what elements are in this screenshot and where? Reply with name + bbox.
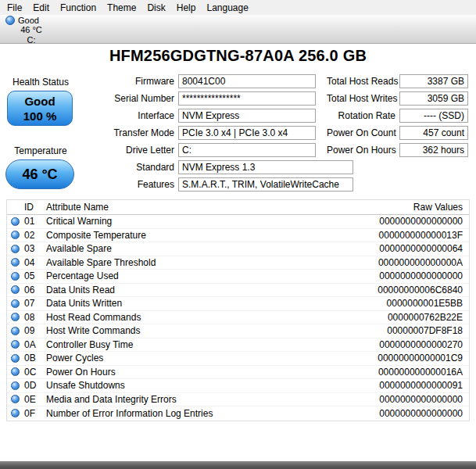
menu-edit[interactable]: Edit (27, 1, 55, 15)
features-label: Features (86, 179, 178, 190)
smart-attribute-table: ID Attribute Name Raw Values 01 Critical… (6, 199, 470, 421)
power-on-hours-label: Power On Hours (327, 145, 399, 156)
table-row[interactable]: 08 Host Read Commands 0000000762B22E (7, 311, 469, 325)
header-raw-values: Raw Values (352, 202, 469, 213)
interface-label: Interface (86, 110, 178, 121)
drive-model-title: HFM256GDGTNG-87A0A 256.0 GB (0, 47, 476, 65)
table-row[interactable]: 05 Percentage Used 0000000000000000 (7, 270, 469, 284)
menu-help[interactable]: Help (171, 1, 202, 15)
interface-value: NVM Express (178, 109, 316, 123)
info-row-total-host-reads: Total Host Reads 3387 GB (327, 73, 468, 90)
status-dot-icon (11, 340, 20, 349)
menu-theme[interactable]: Theme (102, 1, 141, 15)
health-status-button[interactable]: Good 100 % (7, 91, 73, 126)
table-row[interactable]: 02 Composite Temperature 000000000000013… (7, 229, 469, 243)
health-status-value: Good (24, 94, 55, 109)
info-row-power-on-count: Power On Count 457 count (327, 124, 468, 141)
status-dot-icon (11, 313, 20, 321)
table-row[interactable]: 03 Available Spare 0000000000000064 (7, 242, 469, 256)
info-row-drive-letter: Drive Letter C: (86, 141, 353, 159)
status-dot-icon (11, 381, 20, 390)
temperature-value: 46 °C (22, 166, 57, 183)
total-host-reads-label: Total Host Reads (327, 76, 399, 87)
status-dot-icon (11, 354, 20, 363)
status-dot-icon (11, 217, 20, 226)
info-row-serial-number: Serial Number **************** (86, 90, 353, 107)
status-dot-icon (11, 285, 20, 294)
status-dot-icon (11, 258, 20, 267)
rotation-rate-value: ---- (SSD) (399, 109, 468, 123)
transfer-mode-value: PCIe 3.0 x4 | PCIe 3.0 x4 (178, 126, 316, 140)
health-status-label: Health Status (6, 77, 75, 88)
firmware-value: 80041C00 (178, 74, 316, 88)
table-row[interactable]: 0F Number of Error Information Log Entri… (7, 406, 469, 421)
info-row-total-host-writes: Total Host Writes 3059 GB (327, 90, 468, 107)
drive-selector-strip: Good 46 °C C: (0, 15, 476, 44)
status-dot-icon (11, 272, 20, 281)
status-dot-icon (11, 231, 20, 239)
total-host-writes-value: 3059 GB (399, 91, 468, 106)
menu-file[interactable]: File (2, 1, 27, 15)
info-row-rotation-rate: Rotation Rate ---- (SSD) (327, 107, 468, 124)
total-host-reads-value: 3387 GB (399, 74, 468, 88)
standard-value: NVM Express 1.3 (178, 160, 353, 174)
menu-disk[interactable]: Disk (141, 1, 170, 15)
drive-info-left: Firmware 80041C00 Serial Number ********… (86, 73, 353, 193)
table-row[interactable]: 0A Controller Busy Time 0000000000000270 (7, 338, 469, 353)
health-status-percent: 100 % (23, 109, 57, 124)
power-on-count-label: Power On Count (327, 127, 399, 138)
info-row-interface: Interface NVM Express (86, 107, 353, 124)
drive-status-icon (5, 16, 15, 25)
status-dot-icon (11, 367, 20, 376)
drive-tab-temperature: 46 °C (14, 26, 48, 34)
temperature-button[interactable]: 46 °C (5, 159, 74, 189)
power-on-count-value: 457 count (399, 126, 468, 140)
drive-letter-label: Drive Letter (86, 145, 178, 156)
window-bottom-edge (0, 461, 476, 469)
info-row-transfer-mode: Transfer Mode PCIe 3.0 x4 | PCIe 3.0 x4 (86, 124, 353, 141)
standard-label: Standard (86, 162, 178, 173)
header-id: ID (24, 202, 46, 213)
total-host-writes-label: Total Host Writes (327, 93, 399, 104)
drive-tab-letter: C: (14, 36, 48, 45)
serial-number-value: **************** (178, 91, 316, 106)
table-row[interactable]: 04 Available Spare Threshold 00000000000… (7, 256, 469, 270)
transfer-mode-label: Transfer Mode (86, 127, 178, 138)
temperature-label: Temperature (6, 145, 75, 156)
crystaldiskinfo-window: File Edit Function Theme Disk Help Langu… (0, 0, 476, 469)
firmware-label: Firmware (86, 76, 178, 87)
power-on-hours-value: 362 hours (399, 143, 468, 157)
table-row[interactable]: 06 Data Units Read 00000000006C6840 (7, 284, 469, 298)
status-dot-icon (11, 395, 20, 403)
drive-tab-status: Good (18, 16, 39, 25)
table-row[interactable]: 0D Unsafe Shutdowns 0000000000000091 (7, 379, 469, 393)
table-header: ID Attribute Name Raw Values (7, 200, 469, 215)
status-dot-icon (11, 245, 20, 253)
table-row[interactable]: 0E Media and Data Integrity Errors 00000… (7, 393, 469, 407)
menu-language[interactable]: Language (201, 1, 253, 15)
table-row[interactable]: 09 Host Write Commands 00000007DF8F18 (7, 324, 469, 338)
status-dot-icon (11, 327, 20, 335)
serial-number-label: Serial Number (86, 93, 178, 104)
info-row-standard: Standard NVM Express 1.3 (86, 159, 353, 176)
table-row[interactable]: 01 Critical Warning 0000000000000000 (7, 215, 469, 229)
table-row[interactable]: 07 Data Units Written 0000000001E5BB (7, 297, 469, 311)
info-row-firmware: Firmware 80041C00 (86, 73, 353, 90)
info-row-power-on-hours: Power On Hours 362 hours (327, 141, 468, 159)
menu-function[interactable]: Function (55, 1, 102, 15)
info-row-features: Features S.M.A.R.T., TRIM, VolatileWrite… (86, 176, 353, 193)
table-row[interactable]: 0B Power Cycles 00000000000001C9 (7, 352, 469, 366)
header-attribute-name: Attribute Name (46, 202, 352, 213)
status-dot-icon (11, 299, 20, 308)
drive-letter-value: C: (178, 143, 316, 157)
table-row[interactable]: 0C Power On Hours 000000000000016A (7, 366, 469, 380)
rotation-rate-label: Rotation Rate (327, 110, 399, 121)
menu-bar: File Edit Function Theme Disk Help Langu… (0, 0, 476, 15)
features-value: S.M.A.R.T., TRIM, VolatileWriteCache (178, 177, 353, 192)
drive-info-right: Total Host Reads 3387 GB Total Host Writ… (327, 73, 468, 159)
drive-tab-c[interactable]: Good 46 °C C: (2, 16, 77, 42)
status-dot-icon (11, 409, 20, 417)
